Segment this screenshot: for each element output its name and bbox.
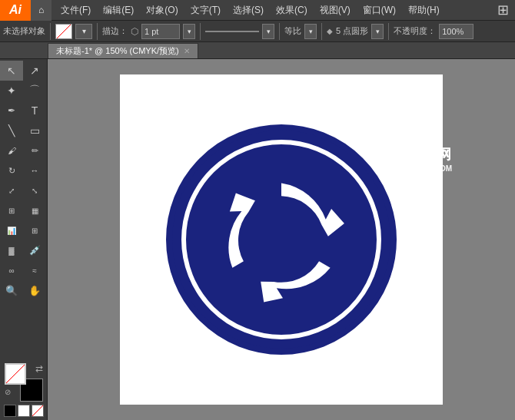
tool-row-11: ∞ ≈ [0, 260, 47, 280]
select-tool[interactable]: ↖ [0, 61, 23, 81]
canvas: 软件自学网 WWW.RJZXW.COM 软件自学网WWW.RJZXW.COM [120, 74, 443, 405]
point-shape-label: 5 点圆形 [336, 25, 368, 37]
zoom-tool[interactable]: 🔍 [0, 280, 23, 300]
none-color-button[interactable]: ⊘ [5, 388, 18, 402]
ai-logo: Ai [0, 0, 31, 21]
gradient-tool[interactable]: ▓ [0, 240, 23, 260]
rotate-tool[interactable]: ↻ [0, 160, 23, 180]
roundabout-sign-outer: 软件自学网 WWW.RJZXW.COM 软件自学网WWW.RJZXW.COM [166, 124, 397, 355]
blend-tool[interactable]: ∞ [0, 260, 23, 280]
color-mini-swatch-3[interactable] [32, 405, 44, 417]
separator4 [279, 23, 280, 40]
tool-row-3: ✒ T [0, 101, 47, 121]
separator3 [200, 23, 201, 40]
menu-view[interactable]: 视图(V) [314, 0, 357, 20]
color-swatch-group: ⇄ ⊘ [5, 363, 43, 402]
stroke-color[interactable] [55, 24, 72, 39]
scale-label: 等比 [284, 25, 301, 37]
menu-help[interactable]: 帮助(H) [402, 0, 446, 20]
tab-bar: 未标题-1* @ 150% (CMYK/预览) ✕ [0, 42, 515, 59]
color-area: ⇄ ⊘ [0, 360, 47, 420]
menu-text[interactable]: 文字(T) [184, 0, 227, 20]
menu-object[interactable]: 对象(O) [140, 0, 184, 20]
tool-row-7: ⤢ ⤡ [0, 180, 47, 200]
menu-items: 文件(F) 编辑(E) 对象(O) 文字(T) 选择(S) 效果(C) 视图(V… [52, 0, 446, 20]
separator5 [321, 23, 322, 40]
text-tool[interactable]: T [23, 101, 46, 121]
hand-tool[interactable]: ✋ [23, 280, 46, 300]
swap-colors-button[interactable]: ⇄ [35, 363, 43, 374]
scale-tool[interactable]: ⤢ [0, 180, 23, 200]
tool-row-8: ⊞ ▦ [0, 200, 47, 220]
column-graph-tool[interactable]: 📊 [0, 220, 23, 240]
mirror-tool[interactable]: ↔ [23, 160, 46, 180]
watermark: 软件自学网 WWW.RJZXW.COM [382, 146, 452, 174]
tab-close-button[interactable]: ✕ [184, 47, 190, 55]
separator6 [388, 23, 389, 40]
stroke-size-dropdown[interactable]: ▾ [183, 24, 195, 39]
fill-select[interactable]: ▾ [75, 24, 92, 39]
separator2 [97, 23, 98, 40]
stroke-size-label: 描边： [102, 25, 128, 37]
line-tool[interactable]: ╲ [0, 121, 23, 141]
opacity-label: 不透明度： [394, 25, 436, 37]
tool-row-12: 🔍 ✋ [0, 280, 47, 300]
tab-label: 未标题-1* @ 150% (CMYK/预览) [56, 45, 179, 57]
menu-select[interactable]: 选择(S) [227, 0, 270, 20]
main-layout: ↖ ↗ ✦ ⌒ ✒ T ╲ ▭ 🖌 ✏ ↻ ↔ ⤢ ⤡ ⊞ ▦ [0, 59, 515, 420]
warp-tool[interactable]: ≈ [23, 260, 46, 280]
separator [50, 23, 51, 40]
scale-dropdown[interactable]: ▾ [304, 24, 317, 39]
color-mini-row [3, 405, 44, 417]
menu-bar: Ai ⌂ 文件(F) 编辑(E) 对象(O) 文字(T) 选择(S) 效果(C)… [0, 0, 515, 21]
tool-row-10: ▓ 💉 [0, 240, 47, 260]
stroke-size-input[interactable] [141, 24, 180, 39]
point-shape-dropdown[interactable]: ▾ [371, 24, 384, 39]
graph-tool[interactable]: ▦ [23, 200, 46, 220]
color-mini-swatch-2[interactable] [18, 405, 30, 417]
symbol-tool[interactable]: ⊞ [0, 200, 23, 220]
roundabout-sign-inner [181, 140, 381, 339]
document-tab[interactable]: 未标题-1* @ 150% (CMYK/预览) ✕ [48, 43, 198, 58]
canvas-area: 软件自学网 WWW.RJZXW.COM 软件自学网WWW.RJZXW.COM [48, 59, 515, 420]
workspace-switcher[interactable]: ⊞ [497, 2, 509, 18]
menu-file[interactable]: 文件(F) [55, 0, 97, 20]
direct-select-tool[interactable]: ↗ [23, 61, 46, 81]
watermark-line2: WWW.RJZXW.COM [382, 164, 452, 174]
chain-icon: ⬡ [131, 26, 138, 37]
diamond-icon: ◆ [327, 27, 333, 35]
opacity-input[interactable] [439, 24, 473, 39]
menu-window[interactable]: 窗口(W) [357, 0, 402, 20]
foreground-color-swatch[interactable] [5, 363, 26, 385]
left-toolbar: ↖ ↗ ✦ ⌒ ✒ T ╲ ▭ 🖌 ✏ ↻ ↔ ⤢ ⤡ ⊞ ▦ [0, 59, 48, 420]
stroke-label: 未选择对象 [3, 25, 45, 37]
paintbrush-tool[interactable]: 🖌 [0, 141, 23, 160]
menu-effect[interactable]: 效果(C) [270, 0, 314, 20]
reshape-tool[interactable]: ⤡ [23, 180, 46, 200]
magic-wand-tool[interactable]: ✦ [0, 81, 23, 101]
shape-tool[interactable]: ▭ [23, 121, 46, 141]
mesh-tool[interactable]: ⊞ [23, 220, 46, 240]
tool-row-1: ↖ ↗ [0, 61, 47, 81]
watermark-line1: 软件自学网 [382, 146, 452, 164]
pen-tool[interactable]: ✒ [0, 101, 23, 121]
stroke-dropdown[interactable]: ▾ [262, 24, 274, 39]
menu-edit[interactable]: 编辑(E) [97, 0, 140, 20]
stroke-line-preview [205, 31, 259, 32]
tool-row-9: 📊 ⊞ [0, 220, 47, 240]
watermark: 软件自学网WWW.RJZXW.COM [382, 146, 452, 174]
lasso-tool[interactable]: ⌒ [23, 81, 46, 101]
tool-row-4: ╲ ▭ [0, 121, 47, 141]
roundabout-arrows-final [201, 159, 362, 320]
pencil-tool[interactable]: ✏ [23, 141, 46, 160]
tool-row-5: 🖌 ✏ [0, 141, 47, 160]
tool-row-6: ↻ ↔ [0, 160, 47, 180]
options-bar: 未选择对象 ▾ 描边： ⬡ ▾ ▾ 等比 ▾ ◆ 5 点圆形 ▾ 不透明度： [0, 21, 515, 42]
color-mini-swatch-1[interactable] [4, 405, 16, 417]
home-button[interactable]: ⌂ [31, 0, 52, 21]
eyedropper-tool[interactable]: 💉 [23, 240, 46, 260]
tool-row-2: ✦ ⌒ [0, 81, 47, 101]
